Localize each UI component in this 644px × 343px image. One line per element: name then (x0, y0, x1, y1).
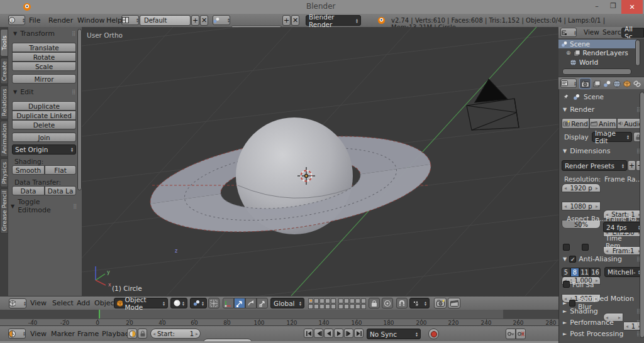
translate-manipulator-toggle[interactable] (234, 298, 245, 308)
outliner-item-renderlayers[interactable]: ⊕ RenderLayers (564, 48, 641, 57)
lock-time-button[interactable] (138, 329, 147, 339)
editor-type-button-outliner[interactable] (560, 28, 577, 37)
toggle-editmode-panel-header[interactable]: ▼ Toggle Editmode⣿ (11, 198, 77, 214)
post-processing-panel[interactable]: ► Post Processing⣿ (563, 330, 641, 338)
close-button[interactable]: ✕ (621, 0, 643, 14)
frame-start-field[interactable]: Start:1 (150, 329, 201, 339)
tab-physics[interactable]: Physics (0, 158, 8, 187)
lock-to-scene-toggle[interactable] (369, 298, 380, 308)
aa-samples-16-button[interactable]: 16 (590, 268, 601, 277)
timeline-frame-menu[interactable]: Frame (75, 330, 101, 338)
manipulator-toggle[interactable] (223, 298, 234, 308)
tab-create[interactable]: Create (0, 58, 8, 84)
add-layout-button[interactable]: + (191, 15, 199, 26)
render-still-button[interactable]: Rend (562, 118, 589, 129)
data-transfer-button[interactable]: Data (12, 186, 45, 195)
anti-aliasing-checkbox[interactable]: ✓ (569, 256, 576, 263)
outliner-item-scene[interactable]: Scene (558, 40, 636, 48)
scale-button[interactable]: Scale (12, 62, 76, 71)
tab-relations[interactable]: Relations (0, 85, 8, 119)
layout-name-field[interactable]: Default (140, 15, 191, 26)
tab-object[interactable] (621, 79, 632, 89)
snap-element-select[interactable] (409, 298, 430, 308)
tab-grease-pencil[interactable]: Grease Pencil (0, 188, 8, 234)
delete-keyframe-button[interactable] (516, 329, 526, 339)
auto-keyframe-button[interactable] (428, 329, 439, 339)
mirror-button[interactable]: Mirror (12, 74, 76, 84)
join-button[interactable]: Join (12, 133, 76, 142)
pixel-filter-select[interactable]: Mitchell- (604, 267, 643, 277)
transform-panel-header[interactable]: ▼ Transform⣿ (13, 30, 76, 38)
timeline-marker-menu[interactable]: Marker (48, 330, 77, 338)
rotate-button[interactable]: Rotate (12, 52, 76, 62)
translate-button[interactable]: Translate (12, 43, 76, 52)
add-preset-button[interactable]: + (628, 160, 636, 171)
editor-type-button-3dview[interactable] (9, 298, 26, 308)
frame-rate-select[interactable]: 24 fps (603, 222, 643, 232)
view-menu[interactable]: View (28, 299, 49, 307)
render-panel-header[interactable]: ▼ Render⣿ (563, 106, 641, 114)
layout-browse-button[interactable] (121, 15, 139, 25)
crop-checkbox[interactable] (582, 244, 589, 251)
layers-group-2[interactable] (338, 298, 366, 309)
pin-icon[interactable] (562, 94, 569, 101)
panel-drag-dots[interactable]: ⣿ (72, 31, 76, 36)
duplicate-linked-button[interactable]: Duplicate Linked (12, 111, 76, 120)
scale-manipulator-toggle[interactable] (257, 298, 268, 308)
outliner-h-scrollbar[interactable] (562, 68, 631, 75)
maximize-button[interactable]: ❒ (605, 0, 621, 11)
add-menu[interactable]: Add (74, 299, 92, 307)
use-preview-range-button[interactable] (127, 329, 137, 339)
select-menu[interactable]: Select (50, 299, 76, 307)
add-scene-button[interactable]: + (282, 15, 291, 26)
editor-type-button-properties[interactable] (560, 79, 577, 88)
snap-toggle[interactable] (396, 298, 408, 308)
tool-shelf-scrollbar[interactable] (77, 29, 82, 190)
tab-render-layers[interactable] (591, 79, 602, 89)
jump-to-start-button[interactable] (304, 329, 313, 338)
play-reverse-button[interactable] (324, 329, 333, 338)
tab-animation[interactable]: Animation (0, 121, 8, 157)
viewport-3d[interactable]: User Ortho z y x (1) Circle (82, 27, 558, 296)
tab-tools[interactable]: Tools (0, 29, 8, 57)
panel-drag-dots[interactable]: ⣿ (72, 89, 76, 95)
mode-select[interactable]: Object Mode (114, 298, 168, 308)
rotate-manipulator-toggle[interactable] (245, 298, 257, 308)
menu-file[interactable]: File (26, 16, 43, 24)
tab-world[interactable] (611, 79, 622, 89)
editor-type-button-info[interactable]: i (8, 15, 25, 25)
motion-blur-checkbox[interactable] (569, 300, 575, 307)
shading-panel[interactable]: ► Shading⣿ (563, 307, 641, 315)
render-engine-select[interactable]: Blender Render (306, 15, 361, 26)
tab-render[interactable] (580, 79, 591, 89)
panel-drag-dots[interactable]: ⣿ (73, 204, 77, 209)
timeline-view-menu[interactable]: View (28, 330, 49, 338)
outliner-display-filter[interactable]: All Sc (621, 28, 644, 38)
duplicate-button[interactable]: Duplicate (12, 101, 76, 111)
dimensions-panel-header[interactable]: ▼ Dimensions⣿ (563, 147, 641, 155)
jump-prev-keyframe-button[interactable] (314, 329, 323, 338)
jump-to-end-button[interactable] (354, 329, 364, 338)
performance-panel[interactable]: ► Performance⣿ (563, 318, 641, 327)
layer-1-active[interactable] (308, 298, 313, 303)
render-presets-select[interactable]: Render Presets (562, 160, 627, 171)
manipulate-center-points-toggle[interactable] (208, 298, 219, 308)
aa-samples-8-button[interactable]: 8 (570, 268, 579, 277)
current-frame-playhead[interactable] (99, 310, 100, 318)
border-checkbox[interactable] (563, 244, 570, 251)
anti-aliasing-panel-header[interactable]: ▼ ✓ Anti-Aliasing⣿ (563, 255, 641, 263)
expand-icon[interactable]: ⊕ (566, 50, 571, 56)
timeline-canvas[interactable] (0, 310, 558, 318)
menu-window[interactable]: Window (75, 16, 107, 24)
resolution-y-field[interactable]: 1080 p (562, 202, 601, 210)
layers-group-1[interactable] (308, 298, 336, 309)
opengl-render-anim-button[interactable] (448, 298, 460, 308)
play-button[interactable] (334, 329, 343, 338)
full-sample-checkbox[interactable] (563, 281, 570, 288)
set-origin-menu[interactable]: Set Origin (12, 144, 76, 155)
proportional-edit-toggle[interactable] (382, 298, 393, 308)
viewport-shading-select[interactable] (170, 298, 187, 308)
outliner-v-scrollbar[interactable] (635, 40, 640, 66)
scene-browse-button[interactable] (213, 15, 230, 25)
insert-keyframe-button[interactable] (506, 329, 516, 339)
